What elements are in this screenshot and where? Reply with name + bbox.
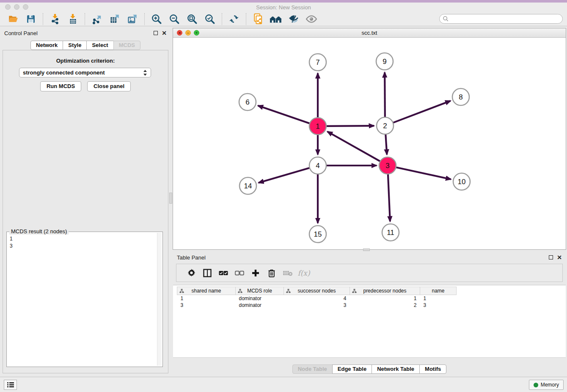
- maximize-network-button[interactable]: +: [194, 30, 199, 36]
- import-network-icon[interactable]: [49, 13, 61, 25]
- split-columns-icon[interactable]: [199, 267, 215, 279]
- node-table-body: 1dominator4113dominator323: [177, 295, 457, 309]
- table-cell[interactable]: dominator: [236, 302, 284, 309]
- tab-style[interactable]: Style: [63, 41, 87, 50]
- network-window-controls[interactable]: ✕ − +: [177, 30, 199, 36]
- mcds-result-item: 1: [10, 235, 162, 243]
- minimize-network-button[interactable]: −: [185, 30, 191, 36]
- select-all-icon[interactable]: [215, 267, 231, 279]
- zoom-out-icon[interactable]: [168, 13, 181, 25]
- table-cell[interactable]: 1: [350, 295, 420, 302]
- close-network-button[interactable]: ✕: [177, 30, 182, 36]
- unselect-all-icon[interactable]: [231, 267, 248, 279]
- table-cell[interactable]: 3: [420, 302, 457, 309]
- tab-network[interactable]: Network: [30, 41, 63, 50]
- tab-network-table[interactable]: Network Table: [372, 364, 420, 374]
- graph-node-1[interactable]: 1: [309, 118, 326, 135]
- graph-node-3[interactable]: 3: [379, 157, 396, 174]
- search-box[interactable]: [439, 14, 563, 24]
- graph-node-9[interactable]: 9: [376, 53, 393, 70]
- table-cell[interactable]: 2: [350, 302, 420, 309]
- save-icon[interactable]: [25, 13, 37, 25]
- zoom-selected-icon[interactable]: [204, 13, 216, 25]
- memory-status-icon: [534, 383, 538, 387]
- column-header-predecessor-nodes[interactable]: predecessor nodes: [350, 287, 420, 295]
- graph-edge-3-1[interactable]: [328, 132, 381, 162]
- search-input[interactable]: [449, 15, 562, 23]
- graph-node-8[interactable]: 8: [452, 88, 469, 105]
- horizontal-splitter-handle[interactable]: [363, 248, 370, 251]
- toolbar-separator: [43, 13, 43, 25]
- memory-button[interactable]: Memory: [529, 380, 564, 390]
- application-window: Session: New Session: [0, 0, 567, 392]
- float-panel-icon[interactable]: [154, 31, 158, 35]
- window-controls[interactable]: [5, 4, 28, 10]
- table-cell[interactable]: 3: [284, 302, 350, 309]
- graph-node-4[interactable]: 4: [309, 157, 326, 174]
- graph-node-10[interactable]: 10: [453, 173, 470, 190]
- float-table-panel-icon[interactable]: [549, 255, 553, 259]
- table-cell[interactable]: 1: [420, 295, 457, 302]
- node-table-area: shared nameMCDS rolesuccessor nodesprede…: [173, 285, 566, 358]
- column-header-name[interactable]: name: [420, 287, 457, 295]
- trash-icon[interactable]: [264, 267, 280, 279]
- table-panel-title: Table Panel: [177, 254, 206, 261]
- hide-icon[interactable]: [287, 13, 300, 25]
- refresh-icon[interactable]: [228, 13, 240, 25]
- close-table-panel-icon[interactable]: ✕: [557, 255, 562, 259]
- column-header-shared-name[interactable]: shared name: [177, 287, 236, 295]
- tab-edge-table[interactable]: Edge Table: [332, 364, 372, 374]
- graph-node-14[interactable]: 14: [239, 177, 256, 194]
- network-canvas[interactable]: 7968124314101511: [173, 38, 566, 249]
- graph-edge-3-11[interactable]: [388, 173, 390, 221]
- graph-edge-1-2[interactable]: [325, 126, 374, 126]
- task-history-button[interactable]: [4, 380, 17, 390]
- export-table-icon[interactable]: [108, 13, 121, 25]
- zoom-fit-icon[interactable]: [186, 13, 198, 25]
- tab-select[interactable]: Select: [86, 41, 113, 50]
- add-icon[interactable]: [248, 267, 264, 279]
- mcds-result-item: 3: [10, 243, 162, 250]
- optimization-select[interactable]: strongly connected component: [19, 68, 151, 77]
- table-cell[interactable]: 1: [177, 295, 236, 302]
- homes-icon[interactable]: [270, 13, 282, 25]
- graph-edge-3-10[interactable]: [395, 167, 451, 179]
- graph-edge-2-8[interactable]: [392, 101, 451, 123]
- graph-node-11[interactable]: 11: [382, 224, 399, 241]
- graph-node-2[interactable]: 2: [377, 117, 394, 134]
- copy-network-icon[interactable]: [252, 13, 264, 25]
- tab-node-table[interactable]: Node Table: [292, 364, 333, 374]
- zoom-window-button[interactable]: [23, 4, 28, 10]
- zoom-in-icon[interactable]: [150, 13, 163, 25]
- export-image-icon[interactable]: [126, 13, 139, 25]
- open-folder-icon[interactable]: [7, 13, 19, 25]
- graph-edge-2-9[interactable]: [385, 72, 385, 118]
- close-window-button[interactable]: [5, 4, 11, 10]
- svg-text:4: 4: [316, 162, 319, 170]
- tab-mcds[interactable]: MCDS: [113, 41, 140, 50]
- graph-node-6[interactable]: 6: [239, 94, 256, 110]
- close-panel-icon[interactable]: ✕: [162, 31, 167, 35]
- graph-edge-2-3[interactable]: [385, 133, 387, 155]
- column-header-mcds-role[interactable]: MCDS role: [236, 287, 284, 295]
- table-row[interactable]: 3dominator323: [177, 302, 457, 309]
- graph-node-7[interactable]: 7: [309, 54, 326, 71]
- result-scrollbar[interactable]: [157, 233, 162, 366]
- minimize-window-button[interactable]: [14, 4, 19, 10]
- import-table-icon[interactable]: [66, 13, 79, 25]
- table-cell[interactable]: 3: [177, 302, 236, 309]
- table-cell[interactable]: dominator: [236, 295, 284, 302]
- run-mcds-button[interactable]: Run MCDS: [40, 81, 81, 91]
- column-header-successor-nodes[interactable]: successor nodes: [284, 287, 350, 295]
- export-network-icon[interactable]: [91, 13, 103, 25]
- table-row[interactable]: 1dominator411: [177, 295, 457, 302]
- vertical-splitter-handle[interactable]: [169, 193, 172, 204]
- tab-motifs[interactable]: Motifs: [419, 364, 446, 374]
- gear-icon[interactable]: [183, 267, 199, 279]
- graph-node-15[interactable]: 15: [309, 226, 326, 243]
- eye-icon[interactable]: [305, 13, 318, 25]
- graph-edge-1-6[interactable]: [258, 105, 311, 124]
- graph-edge-4-14[interactable]: [259, 168, 311, 183]
- table-cell[interactable]: 4: [284, 295, 350, 302]
- close-panel-button[interactable]: Close panel: [87, 81, 131, 91]
